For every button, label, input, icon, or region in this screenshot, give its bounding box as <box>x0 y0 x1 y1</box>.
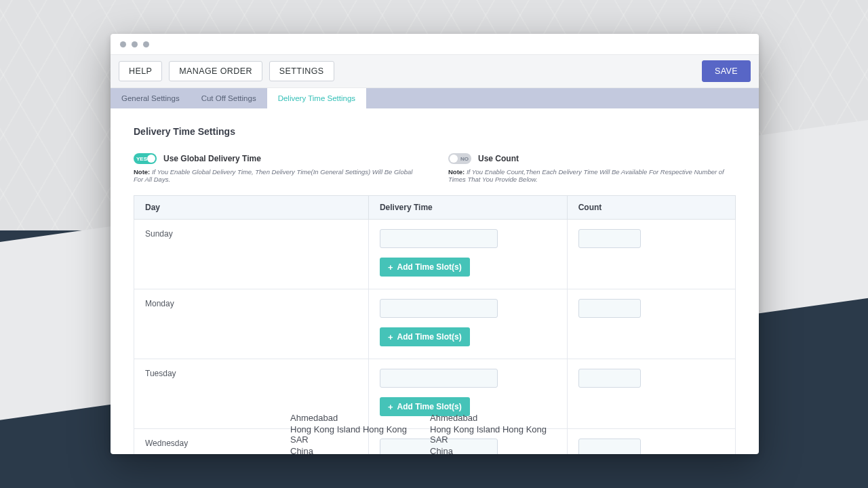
count-cell <box>567 289 735 359</box>
tab-cut-off-settings[interactable]: Cut Off Settings <box>191 88 267 108</box>
count-cell <box>567 220 735 289</box>
count-input[interactable] <box>578 369 641 388</box>
window-chrome <box>111 34 759 54</box>
table-row: Sunday+Add Time Slot(s) <box>134 220 736 289</box>
window-dot-icon <box>120 41 126 47</box>
table-row: Monday+Add Time Slot(s) <box>134 289 736 359</box>
list-item[interactable]: Ahmedabad <box>430 412 552 424</box>
settings-button[interactable]: SETTINGS <box>269 61 334 81</box>
delivery-time-cell: +Add Time Slot(s) <box>368 220 567 289</box>
use-count-toggle[interactable]: NO <box>448 153 471 164</box>
count-note: Note: If You Enable Count,Then Each Deli… <box>448 168 736 183</box>
window-dot-icon <box>132 41 138 47</box>
save-button[interactable]: SAVE <box>702 60 751 82</box>
use-count-label: Use Count <box>478 154 519 163</box>
delivery-time-cell: +Add Time Slot(s) <box>368 289 567 359</box>
plus-icon: + <box>388 263 393 272</box>
use-global-delivery-time-label: Use Global Delivery Time <box>163 154 261 163</box>
plus-icon: + <box>388 403 393 411</box>
tab-delivery-time-settings[interactable]: Delivery Time Settings <box>267 88 366 108</box>
delivery-time-input[interactable] <box>380 299 498 318</box>
toolbar: HELP MANAGE ORDER SETTINGS SAVE <box>111 54 759 88</box>
list-item[interactable]: Hong Kong Island Hong Kong SAR <box>290 424 412 445</box>
count-input[interactable] <box>578 229 641 248</box>
count-input[interactable] <box>578 439 641 454</box>
list-item[interactable]: China <box>290 445 412 454</box>
count-cell <box>567 359 735 429</box>
help-button[interactable]: HELP <box>119 61 162 81</box>
section-title: Delivery Time Settings <box>134 126 736 137</box>
count-cell <box>567 429 735 455</box>
use-global-delivery-time-toggle[interactable]: YES <box>134 153 157 164</box>
col-day: Day <box>134 196 369 220</box>
col-count: Count <box>567 196 735 220</box>
day-cell: Monday <box>134 289 369 359</box>
manage-order-button[interactable]: MANAGE ORDER <box>169 61 262 81</box>
count-input[interactable] <box>578 299 641 318</box>
content-area: Delivery Time Settings YES Use Global De… <box>111 108 759 454</box>
day-cell: Sunday <box>134 220 369 289</box>
city-lists: AhmedabadHong Kong Island Hong Kong SARC… <box>290 412 552 454</box>
col-delivery: Delivery Time <box>368 196 567 220</box>
window-dot-icon <box>143 41 149 47</box>
list-item[interactable]: China <box>430 445 552 454</box>
global-delivery-note: Note: If You Enable Global Delivery Time… <box>134 168 421 183</box>
subtab-bar: General Settings Cut Off Settings Delive… <box>111 88 759 108</box>
tab-general-settings[interactable]: General Settings <box>111 88 191 108</box>
add-time-slot-button[interactable]: +Add Time Slot(s) <box>380 327 470 346</box>
add-time-slot-button[interactable]: +Add Time Slot(s) <box>380 258 470 277</box>
app-window: HELP MANAGE ORDER SETTINGS SAVE General … <box>111 34 759 454</box>
list-item[interactable]: Ahmedabad <box>290 412 412 424</box>
plus-icon: + <box>388 333 393 342</box>
delivery-time-input[interactable] <box>380 229 498 248</box>
delivery-time-input[interactable] <box>380 369 498 388</box>
list-item[interactable]: Hong Kong Island Hong Kong SAR <box>430 424 552 445</box>
